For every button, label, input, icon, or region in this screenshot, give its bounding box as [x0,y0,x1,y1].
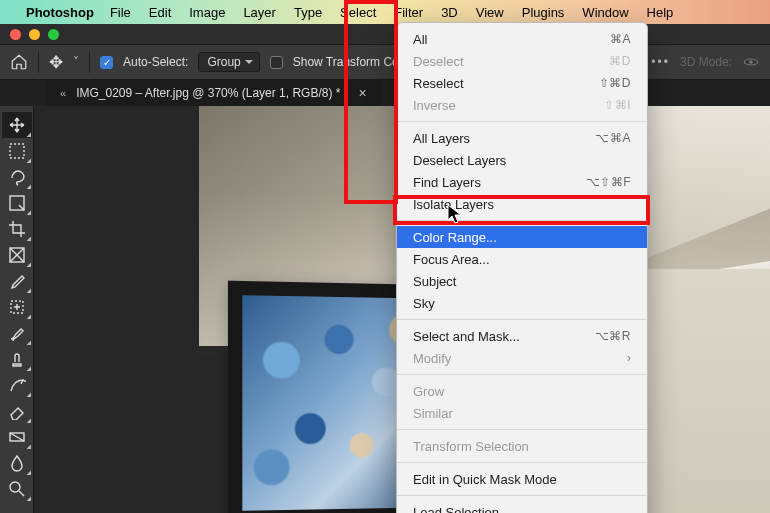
menu-item-label: Sky [413,296,435,311]
menu-item-deselect: Deselect⌘D [397,50,647,72]
menu-separator [397,495,647,496]
menu-item-edit-in-quick-mask-mode[interactable]: Edit in Quick Mask Mode [397,468,647,490]
menu-item-transform-selection: Transform Selection [397,435,647,457]
menu-separator [397,374,647,375]
menu-plugins[interactable]: Plugins [522,5,565,20]
menu-layer[interactable]: Layer [243,5,276,20]
menu-item-label: Inverse [413,98,456,113]
menu-type[interactable]: Type [294,5,322,20]
document-tab-label: IMG_0209 – After.jpg @ 370% (Layer 1, RG… [76,86,340,100]
menu-separator [397,319,647,320]
menu-item-modify: Modify› [397,347,647,369]
menu-item-label: Grow [413,384,444,399]
menu-item-load-selection[interactable]: Load Selection... [397,501,647,513]
app-name[interactable]: Photoshop [26,5,94,20]
tool-crop[interactable] [2,216,32,242]
menu-item-shortcut: ⇧⌘I [604,98,631,112]
tool-blur[interactable] [2,450,32,476]
menu-item-sky[interactable]: Sky [397,292,647,314]
menu-item-color-range[interactable]: Color Range... [397,226,647,248]
svg-rect-2 [10,144,24,158]
svg-point-1 [749,60,752,63]
menu-item-shortcut: ⌘D [609,54,631,68]
menu-item-all[interactable]: All⌘A [397,28,647,50]
menu-item-subject[interactable]: Subject [397,270,647,292]
home-icon[interactable] [10,53,28,71]
menu-item-label: Select and Mask... [413,329,520,344]
move-tool-icon[interactable]: ✥ [49,52,63,73]
menu-help[interactable]: Help [647,5,674,20]
more-options-icon[interactable]: ••• [651,55,670,69]
tool-lasso[interactable] [2,164,32,190]
show-transform-checkbox[interactable] [270,56,283,69]
tool-healing[interactable] [2,294,32,320]
show-transform-label: Show Transform Con [293,55,406,69]
menu-item-shortcut: ⌥⌘A [595,131,631,145]
tool-stamp[interactable] [2,346,32,372]
menu-item-isolate-layers[interactable]: Isolate Layers [397,193,647,215]
separator [89,51,90,73]
tool-marquee[interactable] [2,138,32,164]
menu-item-deselect-layers[interactable]: Deselect Layers [397,149,647,171]
menu-image[interactable]: Image [189,5,225,20]
menu-item-label: Focus Area... [413,252,490,267]
menu-item-grow: Grow [397,380,647,402]
tool-frame[interactable] [2,242,32,268]
tool-dodge[interactable] [2,476,32,502]
menu-window[interactable]: Window [582,5,628,20]
workspace [0,106,770,513]
tool-move[interactable] [2,112,32,138]
tool-eyedropper[interactable] [2,268,32,294]
menu-item-find-layers[interactable]: Find Layers⌥⇧⌘F [397,171,647,193]
options-bar: ✥ ˅ ✓ Auto-Select: Group Show Transform … [0,44,770,80]
menu-item-similar: Similar [397,402,647,424]
tool-brush[interactable] [2,320,32,346]
menu-separator [397,462,647,463]
window-titlebar [0,24,770,44]
3d-orbit-icon[interactable] [742,53,760,71]
menu-item-shortcut: ⌥⇧⌘F [586,175,631,189]
menu-item-focus-area[interactable]: Focus Area... [397,248,647,270]
menu-item-label: Deselect Layers [413,153,506,168]
menu-item-label: Reselect [413,76,464,91]
tool-history[interactable] [2,372,32,398]
menu-filter[interactable]: Filter [394,5,423,20]
menu-item-label: All [413,32,427,47]
tool-gradient[interactable] [2,424,32,450]
menu-view[interactable]: View [476,5,504,20]
document-tab[interactable]: « IMG_0209 – After.jpg @ 370% (Layer 1, … [46,80,381,106]
menu-item-label: Modify [413,351,451,366]
menu-select[interactable]: Select [340,5,376,20]
auto-select-checkbox[interactable]: ✓ [100,56,113,69]
auto-select-dropdown[interactable]: Group [198,52,259,72]
menu-item-label: Edit in Quick Mask Mode [413,472,557,487]
traffic-light-zoom[interactable] [48,29,59,40]
traffic-light-minimize[interactable] [29,29,40,40]
separator [38,51,39,73]
svg-point-7 [10,482,20,492]
menu-item-label: Similar [413,406,453,421]
menu-separator [397,220,647,221]
menu-item-shortcut: ⇧⌘D [599,76,631,90]
tool-column [0,106,34,513]
menu-item-label: Deselect [413,54,464,69]
menu-separator [397,121,647,122]
menu-item-all-layers[interactable]: All Layers⌥⌘A [397,127,647,149]
tool-selection[interactable] [2,190,32,216]
3d-mode-label: 3D Mode: [680,55,732,69]
menu-item-select-and-mask[interactable]: Select and Mask...⌥⌘R [397,325,647,347]
submenu-arrow-icon: › [627,351,631,365]
traffic-light-close[interactable] [10,29,21,40]
menu-item-label: Subject [413,274,456,289]
menu-item-label: Color Range... [413,230,497,245]
canvas-gray-area [34,106,199,513]
menu-edit[interactable]: Edit [149,5,171,20]
menu-item-shortcut: ⌥⌘R [595,329,631,343]
select-menu-dropdown: All⌘ADeselect⌘DReselect⇧⌘DInverse⇧⌘IAll … [396,22,648,513]
menu-item-label: Find Layers [413,175,481,190]
close-tab-icon[interactable]: × [358,85,366,101]
menu-file[interactable]: File [110,5,131,20]
menu-item-reselect[interactable]: Reselect⇧⌘D [397,72,647,94]
tool-eraser[interactable] [2,398,32,424]
menu-3d[interactable]: 3D [441,5,458,20]
